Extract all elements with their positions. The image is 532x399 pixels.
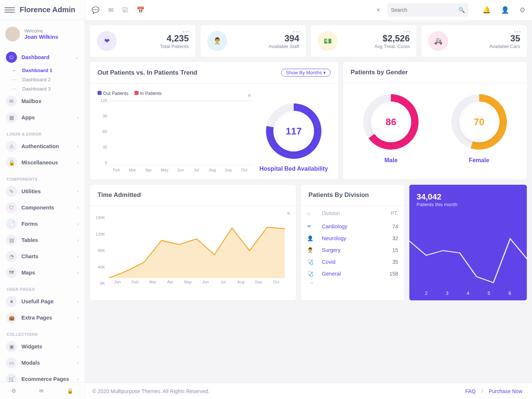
mail-icon[interactable]: ✉ bbox=[39, 388, 44, 394]
chart-menu-icon[interactable]: ≡ bbox=[248, 92, 251, 98]
table-row[interactable]: ❤ Cardiology 74 bbox=[307, 221, 398, 232]
nav-modals[interactable]: ▭Modals› bbox=[3, 355, 82, 371]
female-label: Female bbox=[469, 157, 489, 164]
stat-available-staff: ••• 👨‍⚕️ 394Available Staff bbox=[201, 25, 306, 57]
nav-forms[interactable]: 📄Forms› bbox=[3, 216, 82, 232]
division-icon: 🩺 bbox=[307, 259, 322, 265]
chat-icon[interactable]: 💬 bbox=[92, 6, 99, 14]
table-row[interactable]: 🧬 Oncology 95 bbox=[307, 280, 398, 283]
heart-icon: ❤ bbox=[97, 31, 117, 51]
stat-total-patients: ••• ❤ 4,235Total Patients bbox=[90, 25, 195, 57]
topbar: 💬 ✉ ☑ 📅 ✕ 🔍 🔔 👤 ⚙ bbox=[85, 0, 532, 20]
bag-icon: 👜 bbox=[6, 312, 17, 323]
nav-mailbox[interactable]: ✉Mailbox bbox=[3, 93, 82, 109]
more-icon[interactable]: ••• bbox=[403, 29, 411, 35]
user-icon[interactable]: 👤 bbox=[501, 6, 509, 14]
faq-link[interactable]: FAQ bbox=[465, 388, 475, 394]
file-icon: 📄 bbox=[6, 218, 17, 229]
footer: © 2020 Multipurpose Themes. All Rights R… bbox=[85, 383, 532, 399]
search-field[interactable] bbox=[391, 7, 458, 13]
nav-widgets[interactable]: ▣Widgets› bbox=[3, 339, 82, 354]
stat-avg-cost: ••• 💵 $2,526Avg Treat. Costs bbox=[311, 25, 416, 57]
nav-dashboard[interactable]: ⏲ Dashboard ⌄ bbox=[3, 50, 82, 65]
nav-ecommerce[interactable]: 🛒Ecommerce Pages› bbox=[3, 371, 82, 382]
nav-dashboard-label: Dashboard bbox=[21, 54, 71, 60]
search-input[interactable]: 🔍 bbox=[387, 3, 468, 17]
shuffle-icon[interactable]: ✕ bbox=[376, 7, 381, 13]
division-head: ⌂ Division PT. bbox=[307, 206, 398, 221]
nav-components[interactable]: 🛡Components› bbox=[3, 200, 82, 215]
mail-icon[interactable]: ✉ bbox=[108, 6, 113, 14]
doctor-icon: 👨‍⚕️ bbox=[207, 31, 227, 51]
bed-gauge: 117 bbox=[266, 103, 321, 159]
more-icon[interactable]: ••• bbox=[514, 29, 522, 35]
trend-bar-chart: ≡ Out Patients In Patients 1209060300 Fe… bbox=[98, 91, 252, 172]
chart-menu-icon[interactable]: ≡ bbox=[287, 210, 290, 216]
time-title: Time Admitted bbox=[98, 191, 289, 199]
nav-tables[interactable]: ▤Tables› bbox=[3, 232, 82, 248]
female-gauge: 70 bbox=[451, 94, 507, 150]
table-row[interactable]: 👨‍⚕️ Surgery 15 bbox=[307, 244, 398, 256]
nav-dashboard-1[interactable]: →Dashboard 1 bbox=[3, 66, 82, 75]
gender-title: Patients by Gender bbox=[351, 69, 519, 76]
table-row[interactable]: 👤 Neurology 32 bbox=[307, 232, 398, 244]
gear-icon[interactable]: ⚙ bbox=[519, 6, 525, 14]
avatar bbox=[5, 27, 20, 41]
month-value: 34,042 bbox=[417, 192, 520, 202]
nav-dashboard-3[interactable]: ⋯Dashboard 3 bbox=[3, 84, 82, 93]
division-icon: ❤ bbox=[307, 224, 322, 229]
modal-icon: ▭ bbox=[6, 357, 17, 368]
purchase-link[interactable]: Purchase Now bbox=[489, 388, 522, 394]
mail-icon: ✉ bbox=[6, 96, 17, 107]
edit-icon: ✎ bbox=[6, 186, 17, 197]
table-row[interactable]: 🩺 General 158 bbox=[307, 268, 398, 280]
gender-panel: Patients by Gender 86 Male 70 Female bbox=[343, 62, 527, 180]
sidebar-footer: ⚙ ✉ 🔒 bbox=[0, 382, 85, 399]
trend-panel: Out Patients vs. In Patients Trend Show … bbox=[90, 62, 338, 180]
division-rows[interactable]: ❤ Cardiology 74 👤 Neurology 32 👨‍⚕️ Surg… bbox=[307, 221, 398, 283]
map-icon: 🗺 bbox=[6, 267, 17, 278]
user-name: Joan Wilkins bbox=[24, 34, 58, 40]
sidebar: Florence Admin Welcome Joan Wilkins ⏲ Da… bbox=[0, 0, 85, 399]
ambulance-icon: 🚑 bbox=[428, 31, 448, 51]
nav-miscellaneous[interactable]: 🔒Miscellaneous› bbox=[3, 155, 82, 170]
trend-title: Out Patients vs. In Patients Trend bbox=[98, 69, 281, 76]
grid-icon: ▤ bbox=[6, 235, 17, 246]
user-block[interactable]: Welcome Joan Wilkins bbox=[0, 20, 85, 48]
more-icon[interactable]: ••• bbox=[183, 29, 190, 35]
apps-icon: ▦ bbox=[6, 112, 17, 123]
stat-available-cars: ••• 🚑 35Available Cars bbox=[422, 25, 527, 57]
settings-icon[interactable]: ⚙ bbox=[11, 388, 16, 394]
time-area-chart: 160K120K80K40K0K JanFebMarAprMayJunJulAu… bbox=[109, 215, 285, 293]
division-icon: 🧬 bbox=[307, 283, 322, 283]
search-icon[interactable]: 🔍 bbox=[458, 7, 465, 13]
nav-utilities[interactable]: ✎Utilities› bbox=[3, 184, 82, 199]
nav-authentication[interactable]: ⚠Authentication› bbox=[3, 139, 82, 154]
lock-icon: 🔒 bbox=[6, 157, 17, 168]
table-row[interactable]: 🩺 Covid 35 bbox=[307, 256, 398, 268]
welcome-label: Welcome bbox=[24, 28, 58, 34]
nav-apps[interactable]: ▦Apps› bbox=[3, 110, 82, 125]
trend-range-dropdown[interactable]: Show By Months ▾ bbox=[281, 69, 331, 76]
hamburger-icon[interactable] bbox=[4, 5, 15, 15]
lock-icon[interactable]: 🔒 bbox=[67, 388, 73, 394]
nav-extra-pages[interactable]: 👜Extra Pages› bbox=[3, 310, 82, 325]
division-icon: 🩺 bbox=[307, 271, 322, 277]
division-icon: 👤 bbox=[307, 235, 322, 241]
calendar-icon[interactable]: 📅 bbox=[137, 6, 144, 14]
copyright: © 2020 Multipurpose Themes. All Rights R… bbox=[92, 388, 209, 394]
nav-dashboard-2[interactable]: ⋯Dashboard 2 bbox=[3, 75, 82, 84]
nav-charts[interactable]: ◔Charts› bbox=[3, 249, 82, 264]
division-icon: 👨‍⚕️ bbox=[307, 247, 322, 253]
patients-month-card: 34,042 Patients this month 23456 bbox=[409, 185, 527, 300]
month-label: Patients this month bbox=[417, 202, 520, 207]
nav-useful-page[interactable]: ★Usefull Page› bbox=[3, 294, 82, 309]
bell-icon[interactable]: 🔔 bbox=[482, 6, 491, 14]
bed-gauge-wrapper: 117 Hospital Bed Availability bbox=[257, 91, 331, 172]
widgets-icon: ▣ bbox=[6, 341, 17, 352]
more-icon[interactable]: ••• bbox=[293, 29, 301, 35]
check-icon[interactable]: ☑ bbox=[122, 6, 128, 14]
chevron-right-icon: › bbox=[77, 115, 79, 120]
nav-maps[interactable]: 🗺Maps› bbox=[3, 265, 82, 280]
division-panel: Patients By Division ⌂ Division PT. ❤ Ca… bbox=[301, 185, 404, 300]
